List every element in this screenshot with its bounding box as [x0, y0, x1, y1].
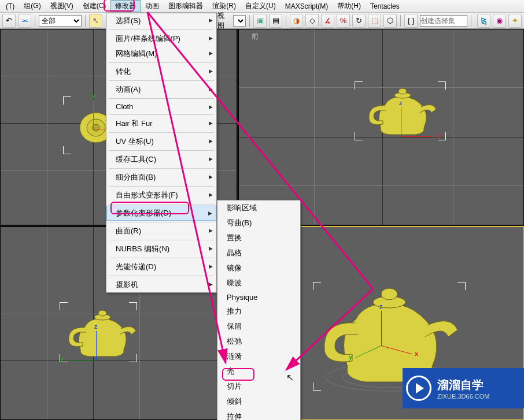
- menu-t[interactable]: (T): [1, 1, 19, 12]
- submenu-item[interactable]: 松弛: [217, 334, 300, 349]
- menu-item[interactable]: 曲面(R): [106, 224, 216, 239]
- menu-item[interactable]: Cloth: [106, 100, 216, 113]
- submenu-item[interactable]: 壳: [217, 364, 300, 379]
- menu-maxscript[interactable]: MAXScript(M): [281, 1, 333, 12]
- submenu-item[interactable]: 置换: [217, 231, 300, 246]
- submenu-item[interactable]: 影响区域: [217, 200, 300, 215]
- menu-item[interactable]: Hair 和 Fur: [106, 116, 216, 131]
- layers-button[interactable]: ▤: [269, 14, 282, 28]
- link-button[interactable]: ⫘: [18, 14, 31, 28]
- viewport-label: 前: [252, 32, 259, 42]
- filter-dropdown[interactable]: 全部: [39, 15, 82, 27]
- snap-spinner-button[interactable]: ↻: [352, 14, 366, 28]
- submenu-item[interactable]: 晶格: [217, 246, 300, 261]
- menu-item[interactable]: 自由形式变形器(F): [106, 188, 216, 203]
- menu-help[interactable]: 帮助(H): [333, 0, 366, 12]
- menu-item[interactable]: 缓存工具(C): [106, 152, 216, 167]
- menu-item[interactable]: 网格编辑(M): [106, 46, 216, 61]
- menu-modifiers[interactable]: 修改器: [110, 0, 141, 12]
- separator: [249, 15, 250, 27]
- menu-grapheditor[interactable]: 图形编辑器: [164, 0, 208, 12]
- separator: [400, 15, 401, 27]
- named-selset-button[interactable]: { }: [404, 14, 418, 28]
- submenu-item[interactable]: 镜像: [217, 261, 300, 276]
- selection-brackets: [355, 81, 446, 140]
- menu-item[interactable]: 摄影机: [106, 277, 216, 292]
- submenu-item[interactable]: 弯曲(B): [217, 215, 300, 231]
- submenu-item[interactable]: 倾斜: [217, 394, 300, 409]
- submenu-item[interactable]: 保留: [217, 319, 300, 334]
- separator: [471, 15, 471, 27]
- menu-item[interactable]: 选择(S): [106, 13, 216, 28]
- submenu-item[interactable]: 涟漪: [217, 349, 300, 364]
- menu-customize[interactable]: 自定义(U): [241, 0, 281, 12]
- parametric-deformers-submenu: 影响区域弯曲(B)置换晶格镜像噪波Physique推力保留松弛涟漪壳切片倾斜拉伸…: [217, 200, 301, 420]
- menu-item[interactable]: NURBS 编辑(N): [106, 241, 216, 257]
- menu-item[interactable]: 动画(A): [106, 82, 216, 97]
- menu-item[interactable]: 细分曲面(B): [106, 170, 216, 185]
- menu-view[interactable]: 视图(V): [46, 0, 78, 12]
- named-selset-input[interactable]: [420, 15, 467, 27]
- snap-button[interactable]: ⬡: [383, 14, 397, 28]
- menu-item[interactable]: 光能传递(D): [106, 259, 216, 274]
- watermark-sub: ZIXUE.3D66.COM: [437, 393, 489, 400]
- snap-angle-button[interactable]: ∡: [321, 14, 334, 28]
- separator: [286, 15, 286, 27]
- menu-item[interactable]: 转化: [106, 64, 216, 79]
- toolbar: ↶ ⫘ 全部 ↖ 视图 ▣ ▤ ◑ ◇ ∡ % ↻ ⬚ ⬡ { } ⧎ ◉ ✦: [0, 13, 524, 29]
- menu-item[interactable]: 参数化变形器(D): [106, 206, 216, 221]
- separator: [85, 15, 86, 27]
- submenu-item[interactable]: 拉伸: [217, 409, 300, 420]
- play-icon: [406, 376, 431, 401]
- view-label: 视图: [217, 11, 231, 31]
- mirror-tool[interactable]: ⧎: [477, 14, 490, 28]
- watermark-title: 溜溜自学: [437, 378, 484, 391]
- watermark-badge: 溜溜自学 ZIXUE.3D66.COM: [403, 368, 524, 408]
- modifiers-menu: 选择(S)面片/样条线编辑(P)网格编辑(M)转化动画(A)ClothHair …: [106, 13, 217, 293]
- mirror-button[interactable]: ◑: [290, 14, 303, 28]
- snap-percent-button[interactable]: %: [337, 14, 350, 28]
- viewport-front[interactable]: 前 z x: [238, 29, 524, 225]
- snap-3d-button[interactable]: ◇: [305, 14, 319, 28]
- submenu-item[interactable]: 推力: [217, 304, 300, 319]
- menu-anim[interactable]: 动画: [141, 0, 164, 12]
- selection-brackets: [60, 302, 137, 362]
- submenu-item[interactable]: 切片: [217, 379, 300, 394]
- align-button[interactable]: ⬚: [368, 14, 381, 28]
- material-button[interactable]: ◉: [493, 14, 506, 28]
- view-dropdown[interactable]: [233, 15, 246, 27]
- render-button[interactable]: ✦: [508, 14, 522, 28]
- separator: [35, 15, 35, 27]
- undo-button[interactable]: ↶: [2, 14, 16, 28]
- select-tool[interactable]: ↖: [89, 14, 102, 28]
- menu-group[interactable]: 组(G): [19, 0, 45, 12]
- menu-tentacles[interactable]: Tentacles: [366, 1, 404, 12]
- submenu-item[interactable]: 噪波: [217, 276, 300, 291]
- menu-render[interactable]: 渲染(R): [208, 0, 241, 12]
- menu-item[interactable]: 面片/样条线编辑(P): [106, 31, 216, 46]
- menu-item[interactable]: UV 坐标(U): [106, 134, 216, 149]
- submenu-item[interactable]: Physique: [217, 291, 300, 304]
- menu-bar: (T) 组(G) 视图(V) 创建(C) 修改器 动画 图形编辑器 渲染(R) …: [0, 0, 524, 13]
- window-button[interactable]: ▣: [253, 14, 267, 28]
- menu-create[interactable]: 创建(C): [78, 0, 111, 12]
